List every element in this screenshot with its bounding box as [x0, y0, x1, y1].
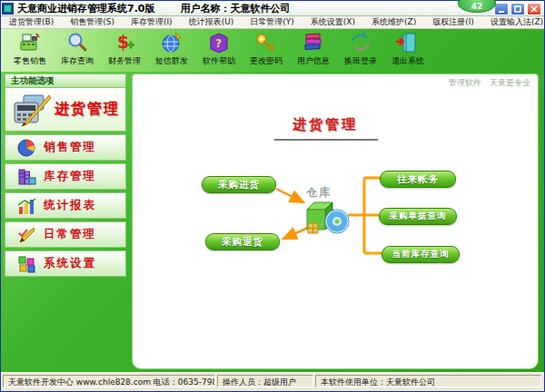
sidebar-item-label: 库存管理	[44, 169, 96, 184]
toolbar-label: 短信群发	[155, 55, 188, 67]
pie-chart-icon	[16, 138, 36, 158]
content-panel: 管理软件 天意更专业 进货管理 采购进货 采购退货 仓库	[132, 74, 539, 369]
status-license-unit: 本软件使用单位：天意软件公司	[315, 375, 541, 387]
status-operator: 操作人员：超级用户	[217, 375, 313, 387]
calculator-pencil-icon	[11, 92, 53, 128]
menu-sales[interactable]: 销售管理(S)	[62, 16, 123, 28]
toolbar-finance[interactable]: $ 财务管理	[101, 31, 148, 67]
toolbar-sms[interactable]: 短信群发	[148, 31, 195, 67]
sidebar: 主功能选项 进货管理 销售管理	[5, 74, 126, 277]
svg-text:?: ?	[215, 37, 222, 50]
pencil-check-icon	[16, 225, 36, 245]
sidebar-item-reports[interactable]: 统计报表	[5, 192, 126, 219]
toolbar-change-password[interactable]: 更改密码	[243, 31, 290, 67]
pill-purchase-doc-query[interactable]: 采购单据查询	[379, 208, 457, 225]
close-button[interactable]	[527, 3, 541, 15]
app-window: 天意商业进销存管理系统7.0版 用户名称：天意软件公司 42 进货管理(B) 销…	[0, 0, 545, 392]
toolbar-label: 用户信息	[297, 55, 330, 67]
toolbar-label: 财务管理	[108, 55, 141, 67]
menu-purchase[interactable]: 进货管理(B)	[1, 16, 62, 28]
toolbar-shift-login[interactable]: 换班登录	[337, 31, 384, 67]
menu-daily[interactable]: 日常管理(Y)	[242, 16, 302, 28]
pill-purchase-return[interactable]: 采购退货	[205, 233, 280, 250]
menu-register[interactable]: 版权注册(I)	[424, 16, 482, 28]
slogan-text: 管理软件 天意更专业	[449, 77, 530, 89]
page-title: 进货管理	[133, 116, 518, 133]
magnifier-icon	[65, 31, 89, 54]
maximize-button[interactable]	[510, 3, 525, 15]
toolbar-label: 零售销售	[14, 55, 46, 67]
help-book-icon: ?	[207, 31, 231, 54]
toolbar-label: 退出系统	[391, 55, 424, 67]
minimize-button[interactable]	[494, 3, 509, 15]
pill-purchase-in[interactable]: 采购进货	[202, 176, 276, 193]
toolbar-user-info[interactable]: 用户信息	[290, 31, 337, 67]
cabinet-icon	[16, 167, 36, 187]
bar-chart-icon	[16, 196, 36, 216]
window-title: 天意商业进销存管理系统7.0版	[17, 2, 155, 15]
sidebar-item-sales[interactable]: 销售管理	[5, 134, 126, 161]
toolbar-exit[interactable]: 退出系统	[384, 31, 431, 67]
shift-swap-icon	[349, 31, 372, 54]
toolbar-label: 换班登录	[344, 55, 377, 67]
menu-inventory[interactable]: 库存管理(I)	[123, 16, 181, 28]
status-bar: 天意软件开发中心 www.chle828.com 电话：0635-7987985…	[1, 372, 544, 391]
app-icon	[2, 3, 14, 15]
globe-sms-icon	[160, 31, 183, 54]
pill-current-stock-query[interactable]: 当前库存查询	[382, 246, 460, 263]
sidebar-item-label: 统计报表	[44, 198, 96, 213]
sidebar-item-label: 销售管理	[44, 140, 96, 155]
title-underline	[274, 139, 378, 141]
minimize-icon	[498, 5, 505, 13]
books-icon	[302, 31, 325, 54]
menu-reports[interactable]: 统计报表(U)	[181, 16, 243, 28]
cash-register-icon	[18, 31, 42, 54]
sidebar-item-daily[interactable]: 日常管理	[5, 221, 126, 248]
status-developer-info: 天意软件开发中心 www.chle828.com 电话：0635-7987985…	[3, 375, 215, 387]
menu-bar: 进货管理(B) 销售管理(S) 库存管理(I) 统计报表(U) 日常管理(Y) …	[1, 16, 544, 29]
toolbar-label: 库存查询	[61, 55, 94, 67]
toolbar-help[interactable]: ? 软件帮助	[195, 31, 243, 67]
pill-current-accounts[interactable]: 往来帐务	[380, 171, 456, 188]
toolbar-label: 软件帮助	[203, 55, 235, 67]
sidebar-item-inventory[interactable]: 库存管理	[5, 163, 126, 190]
window-controls	[494, 3, 541, 15]
close-icon	[530, 5, 538, 13]
color-blocks-icon	[16, 254, 36, 274]
key-icon	[254, 31, 278, 54]
sidebar-item-label: 进货管理	[54, 100, 120, 119]
svg-text:$: $	[117, 32, 129, 52]
warehouse-cube-disc-icon	[302, 195, 351, 237]
sidebar-header: 主功能选项	[5, 74, 126, 88]
user-name-label: 用户名称：天意软件公司	[181, 2, 291, 15]
menu-input-method[interactable]: 设置输入法(Z)	[482, 16, 545, 28]
menu-maintenance[interactable]: 系统维护(Z)	[363, 16, 424, 28]
toolbar-retail-sales[interactable]: 零售销售	[6, 31, 54, 67]
sidebar-item-settings[interactable]: 系统设置	[5, 250, 126, 277]
maximize-icon	[514, 5, 521, 13]
dollar-icon: $	[113, 31, 136, 54]
sidebar-item-label: 日常管理	[44, 227, 96, 242]
toolbar-inventory-query[interactable]: 库存查询	[54, 31, 101, 67]
exit-door-icon	[396, 31, 420, 54]
sidebar-item-label: 系统设置	[44, 256, 96, 271]
sidebar-item-purchase-active[interactable]: 进货管理	[5, 88, 126, 132]
toolbar-label: 更改密码	[250, 55, 282, 67]
menu-settings[interactable]: 系统设置(X)	[302, 16, 363, 28]
toolbar: 零售销售 库存查询 $ 财务管理 短信群发	[1, 28, 544, 72]
